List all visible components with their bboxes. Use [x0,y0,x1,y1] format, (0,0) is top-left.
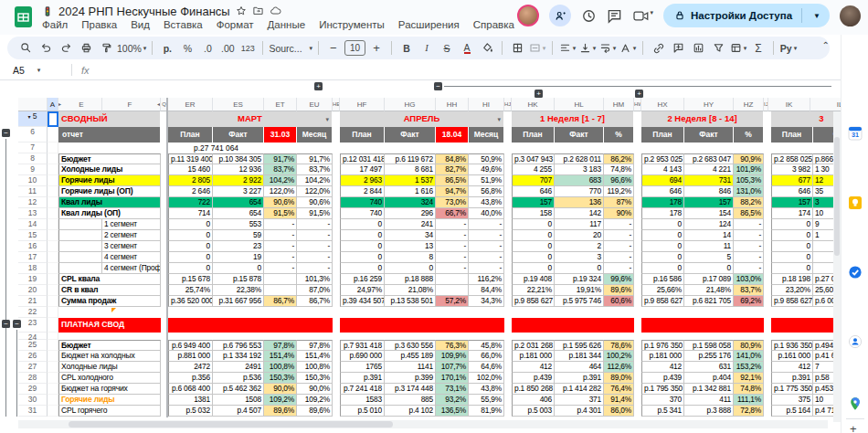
cell[interactable]: - [436,230,469,241]
cell[interactable]: 91,7% [297,153,333,164]
cell[interactable]: 90,9% [734,153,764,164]
cell-A[interactable] [48,384,58,395]
cell[interactable]: 0 [512,252,555,263]
col-header-HK[interactable]: HK [512,98,555,111]
cell-A[interactable] [48,307,58,318]
cell[interactable]: 105,3% [734,175,764,186]
cell[interactable]: 74,8% [734,384,764,395]
cell-A[interactable] [48,230,58,241]
cell[interactable]: 2491 [213,362,264,373]
text-color-button[interactable]: A [458,39,476,58]
cell[interactable]: р.10 384 305 [213,153,264,164]
cell[interactable]: р.1 334 192 [213,351,264,362]
collaborator-avatar[interactable] [517,5,539,26]
row-label[interactable]: 4 сегмент (Профит) [102,263,161,274]
cell-A[interactable] [48,208,58,219]
row-label[interactable]: Сумма продаж [58,296,161,307]
red-band[interactable] [168,318,333,333]
cell[interactable]: 76,3% [436,340,469,351]
cell[interactable]: р.439 [512,373,555,384]
cell-label-e[interactable] [58,263,102,274]
row-header-24[interactable]: 24 [18,333,48,340]
section-title-w1[interactable]: 1 Неделя [1 - 7] [512,111,634,127]
bold-button[interactable]: B [397,39,416,58]
cell[interactable]: 4 143 [641,164,684,175]
cell[interactable]: 81,9% [469,406,504,417]
cell[interactable]: 104,2% [264,175,297,186]
cell[interactable]: - [297,219,333,230]
cell[interactable]: р.4 102 [385,406,436,417]
row-header-26[interactable]: 26 [18,351,48,362]
menu-7[interactable]: Расширения [398,19,460,30]
cell[interactable]: - [469,252,504,263]
cell[interactable]: 1141 [385,362,436,373]
cell[interactable]: 22,38% [213,285,264,296]
col-header-F[interactable]: ◂F [102,98,161,111]
red-band[interactable] [512,318,634,333]
cell[interactable]: р.399 [385,373,436,384]
cell[interactable]: 0 [340,252,385,263]
cell[interactable]: - [469,219,504,230]
cell[interactable]: - [297,241,333,252]
cell[interactable]: 112,6% [604,362,634,373]
cell-label-e[interactable] [58,252,102,263]
namebox-caret-icon[interactable]: ▾ [37,67,41,74]
col-header-ES[interactable]: ES [213,98,264,111]
name-box[interactable]: A5▾ [0,65,69,76]
cell-A[interactable] [48,241,58,252]
cell[interactable]: р.39 434 507 [340,296,385,307]
cell[interactable]: р.356 [168,373,213,384]
header-w2-2[interactable]: % [734,127,764,143]
cell[interactable]: 89,6% [604,285,634,296]
cell[interactable]: 0 [340,263,385,274]
cell[interactable]: р.2 953 025 [641,153,684,164]
cell[interactable]: 731 [684,175,734,186]
section-title-mart[interactable]: МАРТ▾ [168,111,333,127]
cell[interactable]: 411 [684,395,734,406]
select-all-corner[interactable] [18,98,48,111]
header-w1-2[interactable]: % [604,127,634,143]
cell[interactable]: р.18 198 [771,274,813,285]
cell[interactable]: 15 460 [168,164,213,175]
cell[interactable]: 158 [512,208,555,219]
cell[interactable]: 14 [684,230,734,241]
cell[interactable]: 412 [771,362,813,373]
col-header-HY[interactable]: HY [684,98,734,111]
row-header-27[interactable]: 27 [18,362,48,373]
cell[interactable]: 60,6% [604,296,634,307]
cell[interactable]: 82,7% [436,164,469,175]
section-title-w2[interactable]: 2 Неделя [8 - 14] [641,111,764,127]
cell-A[interactable] [48,395,58,406]
text-wrap-icon[interactable]: ▾ [598,39,617,58]
row-label[interactable]: CPL горячего [58,406,161,417]
row-header-31[interactable]: 31 [18,406,48,417]
cell[interactable]: - [734,252,764,263]
cell[interactable]: 19 [213,252,264,263]
total-mart[interactable]: р.27 741 064 [168,143,264,153]
cell[interactable]: 93,2% [436,395,469,406]
row-header-17[interactable]: 17 [18,252,48,263]
vertical-scrollbar-thumb[interactable] [834,137,840,256]
cell-label-e[interactable] [58,230,102,241]
cell[interactable]: 1381 [168,395,213,406]
horizontal-align-icon[interactable]: ▾ [558,39,577,58]
red-band-label[interactable]: ПЛАТНАЯ СВОД [58,318,161,333]
cell[interactable]: р.5 975 746 [555,296,604,307]
cell[interactable]: - [436,263,469,274]
cell[interactable]: 296 [385,208,436,219]
cell[interactable]: 0 [641,230,684,241]
cell[interactable]: 8 [385,252,436,263]
cell[interactable]: 86,2% [604,153,634,164]
cell[interactable]: р.15 678 [168,274,213,285]
row-header-7[interactable]: 7 [18,143,48,153]
cell[interactable]: 0 [512,263,555,274]
cell[interactable]: р.9 858 627 [771,296,813,307]
cell[interactable]: - [264,252,297,263]
cell[interactable]: 90,6% [264,197,297,208]
cell[interactable]: р.4 507 [213,406,264,417]
cell[interactable]: 375 [771,395,813,406]
tasks-icon[interactable] [848,265,863,280]
vertical-align-icon[interactable]: ▾ [578,39,597,58]
cell[interactable]: 2472 [168,362,213,373]
cell[interactable]: 83,7% [297,164,333,175]
